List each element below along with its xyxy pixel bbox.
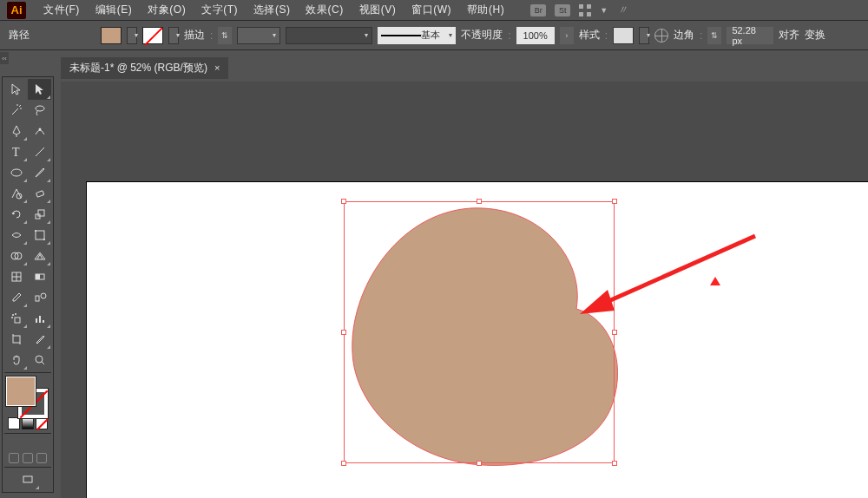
menu-view[interactable]: 视图(V) [352, 0, 404, 20]
stroke-label[interactable]: 描边 [184, 28, 205, 43]
svg-rect-21 [15, 318, 20, 323]
paintbrush-tool[interactable] [28, 162, 51, 183]
transform-link[interactable]: 变换 [805, 28, 825, 43]
search-icon[interactable]: 〃 [616, 3, 628, 18]
svg-point-0 [36, 106, 44, 111]
menu-help[interactable]: 帮助(H) [460, 0, 511, 20]
menu-window[interactable]: 窗口(W) [404, 0, 458, 20]
menu-object[interactable]: 对象(O) [141, 0, 193, 20]
screen-mode-icon[interactable] [16, 469, 40, 490]
stroke-weight-stepper[interactable]: ⇅ [218, 27, 232, 44]
mesh-tool[interactable] [4, 266, 28, 287]
artboard-tool[interactable] [4, 329, 28, 350]
corner-stepper[interactable]: ⇅ [707, 27, 721, 44]
hand-tool[interactable] [4, 350, 28, 370]
stroke-dropdown[interactable]: ▾ [168, 27, 179, 44]
column-graph-tool[interactable] [28, 308, 51, 329]
panel-collapse-tab[interactable]: ‹‹ [0, 52, 9, 64]
resize-handle-bl[interactable] [341, 461, 346, 466]
artboard[interactable] [87, 182, 868, 498]
stock-icon[interactable]: St [555, 4, 570, 16]
menu-file[interactable]: 文件(F) [36, 0, 87, 20]
none-mode-icon[interactable] [36, 417, 48, 429]
scale-tool[interactable] [28, 204, 51, 225]
slice-tool[interactable] [28, 329, 51, 350]
zoom-tool[interactable] [28, 350, 51, 370]
document-tab[interactable]: 未标题-1* @ 52% (RGB/预览) × [61, 57, 228, 79]
eraser-tool[interactable] [28, 183, 51, 204]
bridge-icon[interactable]: Br [530, 4, 546, 16]
curvature-tool[interactable] [28, 121, 51, 141]
type-tool[interactable]: T [4, 141, 28, 162]
eyedropper-tool[interactable] [4, 287, 28, 308]
direct-selection-tool[interactable] [28, 79, 51, 100]
svg-point-1 [38, 128, 41, 131]
menu-type[interactable]: 文字(T) [194, 0, 245, 20]
arrange-documents-icon[interactable] [579, 4, 591, 16]
resize-handle-t[interactable] [477, 199, 482, 204]
selection-tool[interactable] [4, 79, 28, 100]
document-tab-bar: 未标题-1* @ 52% (RGB/预览) × [61, 57, 228, 78]
graphic-style-dropdown[interactable]: ▾ [639, 27, 649, 44]
stroke-swatch[interactable] [142, 27, 163, 44]
svg-marker-35 [580, 290, 615, 314]
brush-definition[interactable]: 基本 ▾ [378, 27, 456, 44]
magic-wand-tool[interactable] [4, 100, 28, 121]
resize-handle-b[interactable] [477, 461, 482, 466]
svg-rect-26 [39, 316, 41, 323]
close-icon[interactable]: × [214, 62, 220, 73]
color-mode-icon[interactable] [8, 417, 20, 429]
svg-point-22 [12, 314, 14, 316]
lasso-tool[interactable] [28, 100, 51, 121]
variable-width-profile[interactable]: ▾ [286, 27, 372, 44]
opacity-arrow[interactable]: › [560, 27, 574, 44]
draw-inside-icon[interactable] [36, 453, 47, 463]
rotate-tool[interactable] [4, 204, 28, 225]
shaper-tool[interactable] [4, 183, 28, 204]
shape-builder-tool[interactable] [4, 246, 28, 266]
free-transform-tool[interactable] [28, 225, 51, 246]
document-tab-title: 未标题-1* @ 52% (RGB/预览) [69, 61, 207, 75]
selection-indicator: 路径 [9, 28, 30, 43]
corner-input[interactable]: 52.28 px [727, 27, 773, 44]
workspace-chevron-icon[interactable]: ▼ [600, 6, 608, 15]
recolor-artwork-icon[interactable] [654, 29, 668, 43]
opacity-label[interactable]: 不透明度 [461, 28, 503, 43]
fill-color-box[interactable] [6, 377, 36, 406]
gradient-mode-icon[interactable] [22, 417, 34, 429]
svg-line-34 [599, 236, 755, 305]
resize-handle-l[interactable] [341, 330, 346, 335]
perspective-grid-tool[interactable] [28, 246, 51, 266]
svg-point-4 [11, 169, 22, 176]
gradient-tool[interactable] [28, 266, 51, 287]
menu-edit[interactable]: 编辑(E) [89, 0, 140, 20]
menu-effect[interactable]: 效果(C) [299, 0, 350, 20]
width-tool[interactable] [4, 225, 28, 246]
svg-rect-33 [23, 476, 32, 482]
svg-point-10 [35, 230, 36, 232]
svg-point-23 [15, 313, 16, 315]
resize-handle-br[interactable] [612, 461, 617, 466]
normal-draw-icon[interactable] [9, 453, 19, 463]
fill-stroke-indicator[interactable] [4, 375, 51, 415]
svg-line-32 [42, 362, 44, 364]
graphic-style-swatch[interactable] [613, 27, 634, 44]
menu-bar: Ai 文件(F) 编辑(E) 对象(O) 文字(T) 选择(S) 效果(C) 视… [0, 0, 868, 21]
fill-swatch[interactable] [101, 27, 122, 44]
pen-tool[interactable] [4, 121, 28, 141]
line-segment-tool[interactable] [28, 141, 51, 162]
stroke-weight-input[interactable]: ▾ [237, 27, 280, 44]
blend-tool[interactable] [28, 287, 51, 308]
menu-select[interactable]: 选择(S) [247, 0, 298, 20]
align-link[interactable]: 对齐 [779, 28, 799, 43]
resize-handle-tl[interactable] [341, 199, 346, 204]
fill-dropdown[interactable]: ▾ [127, 27, 137, 44]
style-label[interactable]: 样式 [579, 28, 600, 43]
draw-behind-icon[interactable] [23, 453, 33, 463]
resize-handle-tr[interactable] [612, 199, 617, 204]
symbol-sprayer-tool[interactable] [4, 308, 28, 329]
svg-rect-27 [43, 320, 44, 323]
ellipse-tool[interactable] [4, 162, 28, 183]
workspace[interactable] [61, 82, 868, 498]
opacity-input[interactable]: 100% [516, 27, 555, 44]
